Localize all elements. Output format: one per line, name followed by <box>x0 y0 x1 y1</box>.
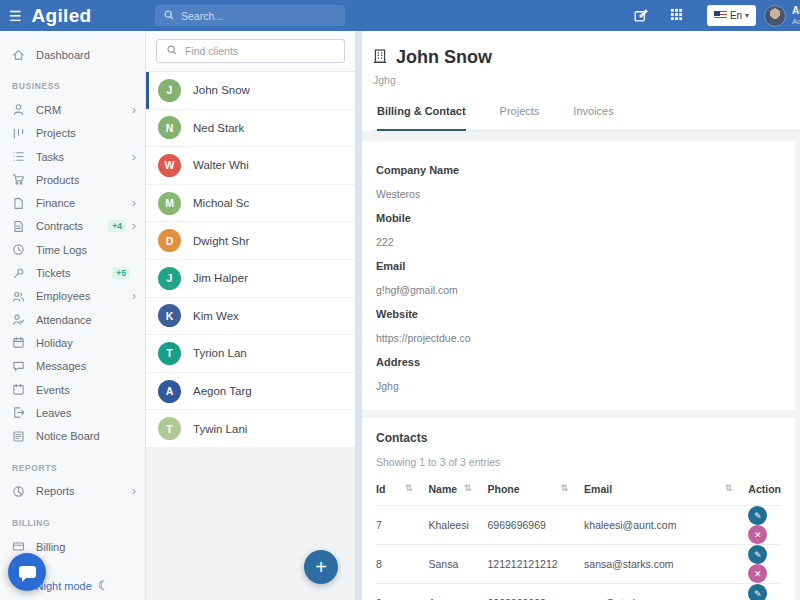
language-selector[interactable]: En ▾ <box>707 5 756 26</box>
client-list-scrollbar[interactable] <box>355 31 362 600</box>
client-row-tyrion-lan[interactable]: T Tyrion Lan <box>146 335 355 373</box>
language-label: En <box>730 10 742 21</box>
edit-button[interactable]: ✎ <box>748 506 767 525</box>
avatar: D <box>158 229 181 252</box>
list-icon <box>12 150 27 163</box>
tab-projects[interactable]: Projects <box>500 105 540 130</box>
sidebar-item-dashboard[interactable]: Dashboard <box>0 43 145 66</box>
client-name: Dwight Shr <box>193 235 249 247</box>
field-value-website: https://projectdue.co <box>376 326 781 350</box>
avatar: N <box>158 116 181 139</box>
client-row-kim-wex[interactable]: K Kim Wex <box>146 298 355 336</box>
chevron-right-icon: › <box>132 151 136 163</box>
calendar-icon <box>12 383 27 396</box>
user-info[interactable]: Admin Admin <box>792 5 800 26</box>
sidebar-section-billing: BILLING <box>0 503 145 535</box>
user-icon <box>12 103 27 116</box>
field-value-company: Westeros <box>376 182 781 206</box>
compose-icon[interactable] <box>633 8 649 24</box>
avatar: M <box>158 192 181 215</box>
sidebar-item-projects[interactable]: Projects <box>0 122 145 145</box>
client-row-john-snow[interactable]: J John Snow <box>146 72 355 110</box>
user-role: Admin <box>792 17 800 26</box>
client-name: Tyrion Lan <box>193 347 247 359</box>
sidebar-item-label: Events <box>36 384 136 396</box>
column-header-phone[interactable]: Phone⇅ <box>487 476 584 506</box>
client-row-aegon-targ[interactable]: A Aegon Targ <box>146 373 355 411</box>
sidebar-item-leaves[interactable]: Leaves <box>0 401 145 424</box>
cell-id: 7 <box>376 506 428 545</box>
sidebar-item-tickets[interactable]: Tickets +5 <box>0 261 145 284</box>
apps-grid-icon[interactable] <box>670 8 686 24</box>
sidebar-nav: Dashboard BUSINESS CRM › Projects Tasks … <box>0 31 145 600</box>
client-detail-header: John Snow Jghg Billing & Contact Project… <box>362 31 800 131</box>
sidebar-item-label: Notice Board <box>36 430 136 442</box>
cart-icon <box>12 173 27 186</box>
global-search-input[interactable]: Search... <box>155 5 345 26</box>
field-value-address: Jghg <box>376 374 781 398</box>
client-row-dwight-shr[interactable]: D Dwight Shr <box>146 222 355 260</box>
sidebar-item-reports[interactable]: Reports › <box>0 480 145 503</box>
client-row-ned-stark[interactable]: N Ned Stark <box>146 110 355 148</box>
sidebar-item-employees[interactable]: Employees › <box>0 285 145 308</box>
sidebar-item-label: Dashboard <box>36 49 136 61</box>
sort-icon[interactable]: ⇅ <box>725 483 733 493</box>
sidebar-item-holiday[interactable]: Holiday <box>0 331 145 354</box>
client-name: Tywin Lani <box>193 423 247 435</box>
sort-icon[interactable]: ⇅ <box>464 483 472 493</box>
edit-button[interactable]: ✎ <box>748 545 767 564</box>
sidebar-item-attendance[interactable]: Attendance <box>0 308 145 331</box>
cell-email: khaleesi@aunt.com <box>584 506 748 545</box>
edit-button[interactable]: ✎ <box>748 584 767 600</box>
cell-phone: 2222222222 <box>487 584 584 600</box>
tab-billing-contact[interactable]: Billing & Contact <box>377 105 466 131</box>
client-row-walter-whi[interactable]: W Walter Whi <box>146 147 355 185</box>
sidebar-item-time-logs[interactable]: Time Logs <box>0 238 145 261</box>
find-clients-input[interactable]: Find clients <box>156 39 345 63</box>
column-header-name[interactable]: Name⇅ <box>428 476 487 506</box>
search-icon <box>166 42 178 60</box>
add-client-button[interactable]: + <box>304 550 338 584</box>
sidebar-item-tasks[interactable]: Tasks › <box>0 145 145 168</box>
client-row-tywin-lani[interactable]: T Tywin Lani <box>146 410 355 448</box>
table-row: 9 Arya 2222222222 arya@starks.com ✎✕ <box>376 584 781 600</box>
calendar-icon <box>12 336 27 349</box>
cell-name: Khaleesi <box>428 506 487 545</box>
tab-invoices[interactable]: Invoices <box>573 105 613 130</box>
home-icon <box>12 48 27 61</box>
user-avatar[interactable] <box>764 5 786 27</box>
cell-action: ✎✕ <box>748 584 781 600</box>
chat-widget-button[interactable] <box>8 553 46 591</box>
avatar: K <box>158 304 181 327</box>
detail-tabs: Billing & Contact Projects Invoices <box>372 105 800 131</box>
sidebar-item-events[interactable]: Events <box>0 378 145 401</box>
count-badge: +4 <box>108 220 126 232</box>
sidebar-item-contracts[interactable]: Contracts +4 › <box>0 215 145 238</box>
sort-icon[interactable]: ⇅ <box>561 483 569 493</box>
sidebar-item-finance[interactable]: Finance › <box>0 191 145 214</box>
sidebar-item-notice-board[interactable]: Notice Board <box>0 424 145 447</box>
us-flag-icon <box>714 11 727 20</box>
sidebar-item-messages[interactable]: Messages <box>0 355 145 378</box>
delete-button[interactable]: ✕ <box>748 525 767 544</box>
client-name: Ned Stark <box>193 122 244 134</box>
avatar: T <box>158 342 181 365</box>
column-header-email[interactable]: Email⇅ <box>584 476 748 506</box>
moon-icon: ☾ <box>98 578 110 593</box>
clock-icon <box>12 243 27 256</box>
sidebar-item-crm[interactable]: CRM › <box>0 98 145 121</box>
sidebar-item-products[interactable]: Products <box>0 168 145 191</box>
user-name: Admin <box>792 5 800 17</box>
contacts-table: Id⇅ Name⇅ Phone⇅ Email⇅ Action 7 Khalees… <box>376 476 781 600</box>
cell-name: Arya <box>428 584 487 600</box>
sort-icon[interactable]: ⇅ <box>405 483 413 493</box>
cell-email: sansa@starks.com <box>584 545 748 584</box>
hamburger-menu-icon[interactable]: ☰ <box>9 8 22 24</box>
client-row-michoal-sc[interactable]: M Michoal Sc <box>146 185 355 223</box>
client-row-jim-halper[interactable]: J Jim Halper <box>146 260 355 298</box>
delete-button[interactable]: ✕ <box>748 564 767 583</box>
kanban-icon <box>12 127 27 140</box>
board-icon <box>12 430 27 443</box>
app-logo[interactable]: Agiled <box>32 5 92 27</box>
column-header-id[interactable]: Id⇅ <box>376 476 428 506</box>
